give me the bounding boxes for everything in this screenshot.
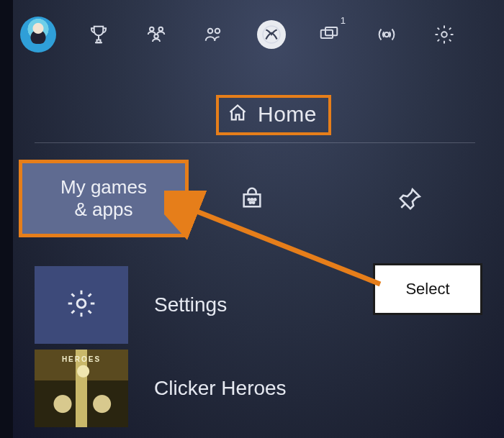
svg-rect-6 — [321, 30, 333, 38]
xbox-home-icon[interactable] — [256, 19, 287, 50]
svg-point-13 — [250, 202, 251, 204]
settings-tile[interactable] — [35, 266, 128, 344]
settings-row[interactable]: Settings — [35, 266, 227, 344]
community-icon[interactable] — [141, 19, 171, 50]
my-games-and-apps-tile[interactable]: My games & apps — [19, 160, 189, 237]
home-heading[interactable]: Home — [216, 95, 331, 135]
svg-point-2 — [154, 35, 158, 39]
svg-point-10 — [248, 199, 250, 200]
svg-point-9 — [441, 32, 447, 37]
svg-point-3 — [208, 29, 213, 34]
game-tile-art[interactable] — [35, 350, 128, 427]
top-nav-bar: 1 — [20, 13, 487, 56]
achievements-icon[interactable] — [84, 19, 114, 50]
annotation-select-box: Select — [373, 263, 482, 315]
window-left-edge — [0, 0, 13, 438]
svg-point-12 — [254, 199, 256, 200]
home-label: Home — [258, 102, 317, 127]
secondary-tab-icons — [238, 184, 425, 213]
svg-rect-7 — [325, 27, 337, 35]
divider — [35, 142, 475, 143]
annotation-select-label: Select — [405, 280, 449, 298]
messages-badge-count: 1 — [341, 15, 346, 26]
broadcast-icon[interactable] — [372, 19, 402, 50]
game-row-clicker-heroes[interactable]: Clicker Heroes — [35, 350, 287, 427]
settings-label: Settings — [154, 293, 227, 316]
friends-icon[interactable] — [199, 19, 229, 50]
svg-point-1 — [159, 27, 163, 32]
svg-point-4 — [215, 29, 220, 34]
top-nav-icons: 1 — [84, 19, 459, 50]
svg-point-11 — [251, 199, 253, 200]
messages-icon[interactable]: 1 — [314, 19, 344, 50]
svg-point-0 — [150, 27, 154, 32]
my-games-and-apps-label: My games & apps — [60, 176, 147, 221]
pin-icon[interactable] — [396, 184, 425, 213]
svg-point-15 — [77, 299, 86, 308]
settings-icon[interactable] — [429, 19, 459, 50]
profile-avatar[interactable] — [20, 17, 56, 53]
svg-point-14 — [253, 202, 254, 204]
game-label: Clicker Heroes — [154, 377, 287, 400]
store-icon[interactable] — [238, 184, 266, 213]
home-icon — [228, 103, 248, 126]
gear-icon — [66, 288, 97, 322]
svg-point-8 — [384, 32, 389, 37]
